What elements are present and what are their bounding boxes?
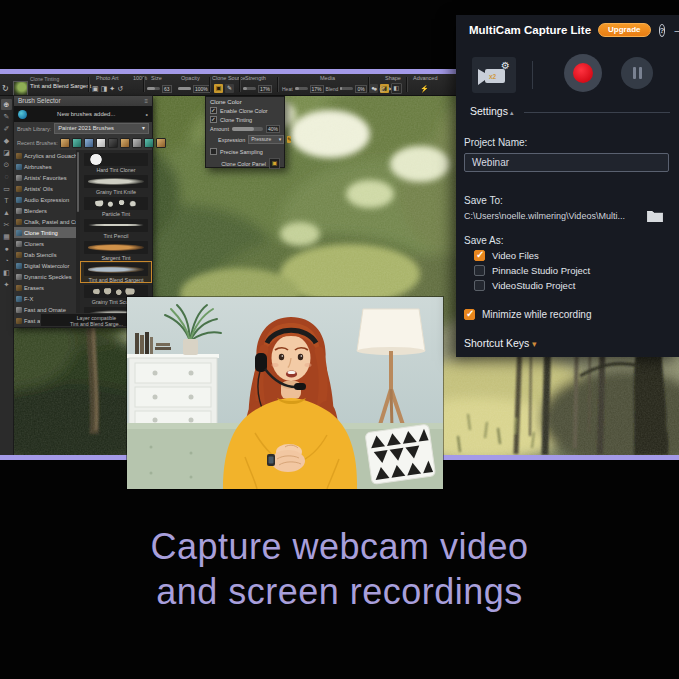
brush-category-item[interactable]: Airbrushes [14,161,76,172]
pause-button[interactable] [621,57,653,89]
record-button[interactable] [564,54,602,92]
recent-brush-chip[interactable] [120,138,130,148]
opacity-slider[interactable] [178,87,191,90]
checkbox[interactable] [474,250,485,261]
dropper-tool-icon[interactable]: ✐ [1,123,12,134]
expression-dropdown[interactable]: Pressure ▾ [248,135,284,144]
magnifier-tool-icon[interactable]: ⊙ [1,159,12,170]
strength-slider[interactable] [243,87,256,90]
amount-value[interactable]: 40% [266,125,280,133]
recent-brush-chip[interactable] [108,138,118,148]
move-tool-icon[interactable]: ⊕ [1,99,12,110]
save-to-path[interactable]: C:\Users\noelle.wilmering\Videos\Multi..… [464,211,625,221]
panel-menu-icon[interactable]: ≡ [144,96,148,106]
brush-variant-item[interactable]: Grainy Tint Knife [80,173,152,195]
mirror-tool-icon[interactable]: ◧ [1,267,12,278]
strength-value[interactable]: 17% [258,85,272,93]
gradient-tool-icon[interactable]: ✦ [1,279,12,290]
hand-tool-icon[interactable]: ● [1,243,12,254]
recent-brush-chip[interactable] [156,138,166,148]
brush-library-dropdown[interactable]: Painter 2021 Brushes ▾ [54,123,149,134]
rotate-tool-icon[interactable]: ◔ [1,255,12,266]
shape-tool-icon[interactable]: ▲ [1,207,12,218]
fill-tool-icon[interactable]: ◆ [1,135,12,146]
brush-category-item[interactable]: Artists' Favorites [14,172,76,183]
size-slider[interactable] [147,87,160,90]
checkbox[interactable] [210,116,217,123]
recent-brush-chip[interactable] [144,138,154,148]
clone-source-button[interactable]: ▣ [214,84,223,93]
tracing-paper-icon[interactable]: ◨ [101,85,108,92]
settings-toggle[interactable]: Settings [470,105,513,117]
active-brush-variant[interactable]: Clone Tinting Tint and Blend Sargent [30,76,91,89]
brush-variant-item[interactable]: Sargent Tint [80,239,152,261]
amount-slider[interactable] [232,127,263,131]
crop-tool-icon[interactable]: ▭ [1,183,12,194]
checkbox[interactable] [210,107,217,114]
new-brushes-notification[interactable]: New brushes added... • [14,106,152,122]
save-as-option[interactable]: Pinnacle Studio Project [474,263,674,278]
text-tool-icon[interactable]: T [1,195,12,206]
minimize-icon[interactable]: – [674,25,679,35]
blend-value[interactable]: 0% [355,85,366,93]
camera-source-button[interactable]: ⚙ x2 [472,57,516,93]
recent-brush-chip[interactable] [96,138,106,148]
recent-brush-chip[interactable] [132,138,142,148]
quick-clone-icon[interactable]: ▣ [92,85,99,92]
brush-selector-header[interactable]: Brush Selector ≡ [14,96,152,106]
size-value[interactable]: 63 [162,85,172,93]
brush-category-item[interactable]: Cloners [14,238,76,249]
brush-category-item[interactable]: Dab Stencils [14,249,76,260]
checkbox[interactable] [464,309,475,320]
recent-brush-chip[interactable] [72,138,82,148]
lasso-tool-icon[interactable]: ◌ [1,171,12,182]
clone-color-panel-button[interactable]: ▣ [269,158,280,169]
checkbox[interactable] [474,280,485,291]
brush-category-item[interactable]: Digital Watercolor [14,260,76,271]
clone-brush-button[interactable]: ✎ [225,84,234,93]
save-as-option[interactable]: Video Files [474,248,674,263]
heat-value[interactable]: 17% [310,85,324,93]
recent-brush-chip[interactable] [60,138,70,148]
brush-category-item[interactable]: Dynamic Speckles [14,271,76,282]
help-icon[interactable]: ? [659,24,666,37]
brush-category-item[interactable]: Artists' Oils [14,183,76,194]
brush-category-item[interactable]: Erasers [14,282,76,293]
checkbox[interactable] [210,148,217,155]
brush-category-item[interactable]: Clone Tinting [14,227,76,238]
brush-variant-item[interactable]: Particle Tint [80,195,152,217]
brush-variant-item[interactable]: Tint and Blend Sargent [80,261,152,283]
media-gradient-icon[interactable]: ◧ [391,83,402,94]
expression-settings-icon[interactable]: ✎ [287,136,291,143]
brush-category-item[interactable]: F-X [14,293,76,304]
brush-category-item[interactable]: Blenders [14,205,76,216]
brush-category-item[interactable]: Acrylics and Gouache [14,150,76,161]
upgrade-button[interactable]: Upgrade [598,23,650,37]
folder-icon[interactable] [646,208,664,223]
undo-icon[interactable]: ↻ [2,85,9,93]
scissors-tool-icon[interactable]: ✂ [1,219,12,230]
blend-slider[interactable] [340,87,353,90]
dismiss-notification-icon[interactable]: • [146,111,148,118]
brush-tool-icon[interactable]: ✎ [1,111,12,122]
source-image-icon[interactable]: ✦ [109,85,115,92]
save-as-option[interactable]: VideoStudio Project [474,278,674,293]
restore-icon[interactable]: ↺ [117,85,123,92]
brush-category-item[interactable]: Chalk, Pastel and Crayons [14,216,76,227]
checkbox[interactable] [474,265,485,276]
photo-art-buttons[interactable]: ▣ ◨ ✦ ↺ [92,83,123,94]
project-name-input[interactable]: Webinar [464,153,669,172]
advanced-brush-icon[interactable]: ⚡ [420,85,429,92]
shape-ring-icon[interactable]: ◎ [379,85,385,92]
shape-round-icon[interactable]: ● [373,85,377,92]
shape-angle-icon[interactable]: ◑ [387,85,391,92]
shortcut-keys-toggle[interactable]: Shortcut Keys [464,337,536,349]
brush-variant-item[interactable]: Tint Pencil [80,217,152,239]
grid-tool-icon[interactable]: ▦ [1,231,12,242]
minimize-while-recording-option[interactable]: Minimize while recording [464,307,674,322]
brush-category-item[interactable]: Audio Expression [14,194,76,205]
eraser-tool-icon[interactable]: ◪ [1,147,12,158]
recent-brush-chip[interactable] [84,138,94,148]
heat-slider[interactable] [295,87,308,90]
brush-variant-item[interactable]: Hard Tint Cloner [80,151,152,173]
